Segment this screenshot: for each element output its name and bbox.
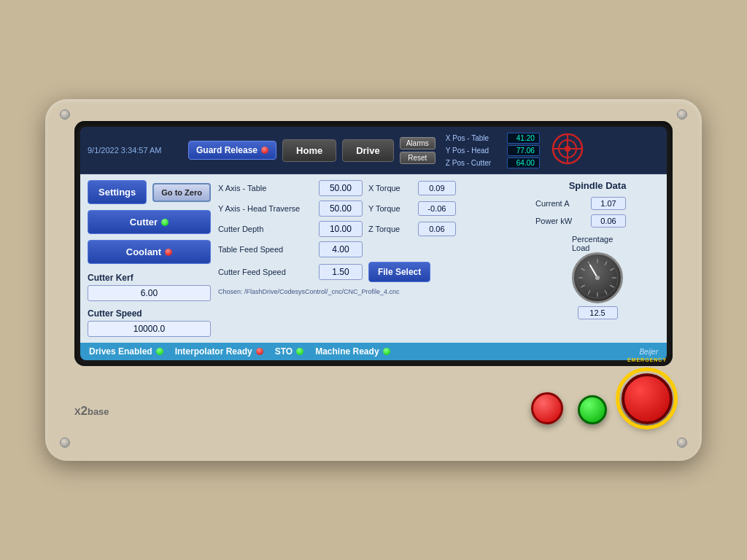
spindle-column: Spindle Data Current A 1.07 Power kW 0.0… bbox=[535, 180, 659, 337]
current-value: 1.07 bbox=[591, 197, 626, 210]
table-feed-row: Table Feed Speed 4.00 bbox=[218, 241, 528, 257]
table-feed-label: Table Feed Speed bbox=[218, 245, 313, 254]
drive-button[interactable]: Drive bbox=[342, 139, 394, 162]
current-row: Current A 1.07 bbox=[535, 197, 659, 210]
drives-enabled-status: Drives Enabled bbox=[89, 346, 163, 357]
svg-line-7 bbox=[605, 261, 607, 265]
emergency-area: EMERGENCY bbox=[531, 373, 673, 424]
gauge-container: Percentage Load bbox=[535, 235, 659, 319]
coolant-button[interactable]: Coolant bbox=[88, 240, 211, 264]
svg-line-11 bbox=[605, 290, 607, 294]
svg-line-8 bbox=[610, 268, 614, 271]
screw-tr bbox=[677, 109, 687, 120]
emergency-label: EMERGENCY bbox=[625, 357, 669, 362]
x-torque-value: 0.09 bbox=[418, 181, 456, 195]
guard-release-led bbox=[261, 147, 268, 154]
file-select-button[interactable]: File Select bbox=[368, 262, 430, 282]
load-label: Load bbox=[572, 244, 623, 252]
y-torque-label: Y Torque bbox=[368, 204, 412, 213]
percentage-load-gauge bbox=[572, 252, 623, 303]
cutter-speed-section: Cutter Speed 10000.0 bbox=[88, 308, 211, 337]
machine-ready-led bbox=[383, 348, 390, 355]
file-path: Chosen: /FlashDrive/CodesysControl/_cnc/… bbox=[218, 288, 528, 295]
svg-line-18 bbox=[590, 265, 597, 278]
go-to-zero-button[interactable]: Go to Zero bbox=[152, 183, 211, 202]
y-axis-label: Y Axis - Head Traverse bbox=[218, 204, 313, 213]
home-button[interactable]: Home bbox=[282, 139, 336, 162]
x-pos-label: X Pos - Table bbox=[446, 134, 504, 142]
z-pos-label: Z Pos - Cutter bbox=[446, 159, 504, 167]
panel-outer: 9/1/2022 3:34:57 AM Guard Release Home D… bbox=[45, 99, 702, 461]
screw-br bbox=[677, 438, 687, 448]
alarms-button[interactable]: Alarms bbox=[400, 137, 436, 149]
left-column: Settings Go to Zero Cutter Coolant Cutte… bbox=[88, 180, 211, 337]
cutter-label: Cutter bbox=[130, 217, 158, 228]
settings-button[interactable]: Settings bbox=[88, 180, 147, 204]
svg-line-14 bbox=[581, 285, 584, 287]
y-pos-value: 77.06 bbox=[507, 145, 540, 156]
cutter-feed-value: 1.50 bbox=[319, 264, 363, 280]
y-axis-value: 50.00 bbox=[319, 201, 363, 217]
machine-ready-status: Machine Ready bbox=[315, 346, 390, 357]
power-row: Power kW 0.06 bbox=[535, 214, 659, 228]
cutter-led bbox=[161, 219, 169, 226]
panel-bottom: X2base EMERGENCY bbox=[74, 366, 673, 424]
z-torque-value: 0.06 bbox=[418, 222, 456, 236]
drives-enabled-led bbox=[156, 348, 163, 355]
cutter-speed-label: Cutter Speed bbox=[88, 308, 211, 319]
current-label: Current A bbox=[535, 199, 587, 208]
emergency-button-container: EMERGENCY bbox=[622, 373, 673, 424]
y-torque-value: -0.06 bbox=[418, 201, 456, 216]
svg-line-10 bbox=[610, 285, 614, 287]
x2base-label: X2base bbox=[74, 404, 109, 424]
depth-row: Cutter Depth 10.00 Z Torque 0.06 bbox=[218, 221, 528, 237]
z-torque-label: Z Torque bbox=[368, 225, 412, 233]
power-label: Power kW bbox=[535, 217, 587, 225]
screen: 9/1/2022 3:34:57 AM Guard Release Home D… bbox=[80, 127, 667, 360]
brand-label: Beijer bbox=[639, 348, 658, 356]
drives-enabled-label: Drives Enabled bbox=[89, 346, 152, 357]
interpolator-ready-led bbox=[256, 348, 263, 355]
middle-column: X Axis - Table 50.00 X Torque 0.09 Y Axi… bbox=[218, 180, 528, 337]
z-pos-value: 64.00 bbox=[507, 158, 540, 168]
x-axis-value: 50.00 bbox=[319, 180, 363, 196]
cutter-kerf-value: 6.00 bbox=[88, 285, 211, 301]
sto-led bbox=[296, 348, 303, 355]
sto-status: STO bbox=[275, 346, 303, 357]
screw-tl bbox=[60, 109, 70, 120]
cutter-button[interactable]: Cutter bbox=[88, 210, 211, 234]
sto-label: STO bbox=[275, 346, 293, 357]
screw-bl bbox=[60, 438, 70, 448]
cutter-kerf-section: Cutter Kerf 6.00 bbox=[88, 273, 211, 301]
header-bar: 9/1/2022 3:34:57 AM Guard Release Home D… bbox=[80, 127, 667, 174]
guard-release-label: Guard Release bbox=[196, 145, 258, 155]
cutter-feed-label: Cutter Feed Speed bbox=[218, 268, 313, 276]
reset-button[interactable]: Reset bbox=[400, 152, 436, 164]
svg-point-19 bbox=[595, 276, 600, 280]
coolant-label: Coolant bbox=[126, 246, 161, 257]
table-feed-value: 4.00 bbox=[319, 241, 363, 257]
emergency-stop-button[interactable] bbox=[622, 373, 673, 424]
x-pos-row: X Pos - Table 41.20 bbox=[446, 133, 540, 144]
guard-release-button[interactable]: Guard Release bbox=[188, 141, 276, 160]
svg-line-13 bbox=[588, 290, 590, 294]
small-red-button[interactable] bbox=[531, 392, 563, 424]
small-green-button[interactable] bbox=[578, 395, 607, 424]
cutter-speed-value: 10000.0 bbox=[88, 321, 211, 337]
gauge-value: 12.5 bbox=[578, 306, 618, 319]
z-pos-row: Z Pos - Cutter 64.00 bbox=[446, 158, 540, 168]
crosshair-icon bbox=[550, 131, 585, 169]
datetime: 9/1/2022 3:34:57 AM bbox=[88, 146, 182, 155]
x-torque-label: X Torque bbox=[368, 184, 412, 192]
svg-line-16 bbox=[581, 268, 584, 271]
interpolator-ready-label: Interpolator Ready bbox=[175, 346, 252, 357]
y-axis-row: Y Axis - Head Traverse 50.00 Y Torque -0… bbox=[218, 201, 528, 217]
coolant-led bbox=[165, 249, 172, 256]
position-display: X Pos - Table 41.20 Y Pos - Head 77.06 Z… bbox=[446, 133, 540, 168]
cutter-feed-row: Cutter Feed Speed 1.50 File Select bbox=[218, 262, 528, 282]
depth-value: 10.00 bbox=[319, 221, 363, 237]
x-axis-row: X Axis - Table 50.00 X Torque 0.09 bbox=[218, 180, 528, 196]
y-pos-row: Y Pos - Head 77.06 bbox=[446, 145, 540, 156]
status-bar: Drives Enabled Interpolator Ready STO Ma… bbox=[80, 343, 667, 360]
emergency-ring bbox=[616, 368, 678, 429]
